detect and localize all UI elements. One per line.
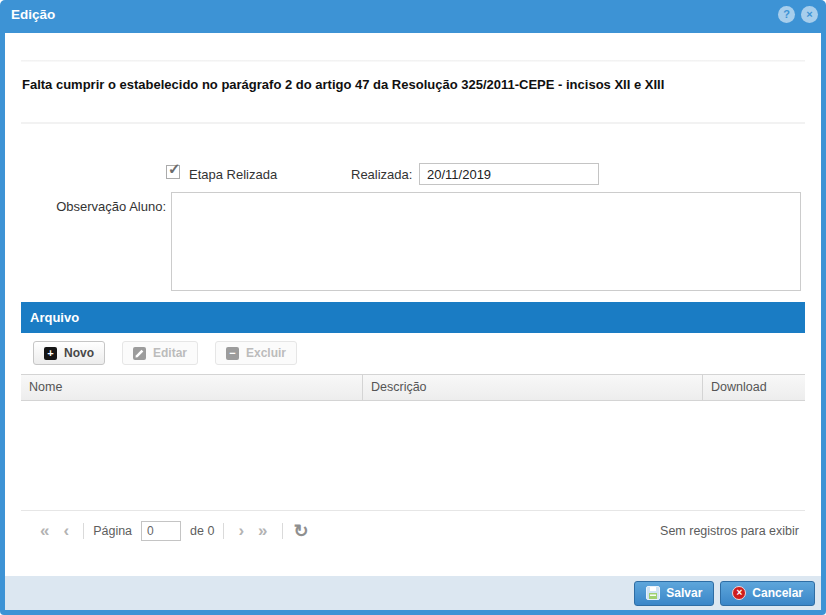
- excluir-button[interactable]: − Excluir: [215, 341, 297, 365]
- first-page-button[interactable]: «: [33, 522, 56, 539]
- toolbar-separator: [223, 523, 224, 539]
- table-header: Nome Descrição Download: [21, 374, 805, 401]
- table-body: [21, 401, 805, 511]
- editar-button[interactable]: Editar: [122, 341, 198, 365]
- page-count-label: de 0: [190, 524, 214, 538]
- titlebar-tools: ? ×: [778, 6, 818, 23]
- salvar-button-label: Salvar: [666, 586, 702, 600]
- last-page-button[interactable]: »: [251, 522, 274, 539]
- pencil-icon: [133, 347, 146, 360]
- novo-button[interactable]: + Novo: [33, 341, 105, 365]
- cancelar-button[interactable]: × Cancelar: [720, 581, 815, 606]
- cancel-icon: ×: [732, 586, 746, 600]
- close-icon[interactable]: ×: [801, 6, 818, 23]
- editar-button-label: Editar: [153, 346, 187, 360]
- column-header-nome[interactable]: Nome: [21, 375, 363, 400]
- page-label: Página: [93, 524, 132, 538]
- refresh-icon[interactable]: ↻: [290, 522, 313, 540]
- toolbar-separator: [282, 523, 283, 539]
- salvar-button[interactable]: Salvar: [634, 581, 714, 606]
- top-divider: [21, 60, 805, 62]
- observacao-aluno-textarea[interactable]: [171, 192, 801, 291]
- page-input[interactable]: [141, 521, 181, 541]
- empty-records-text: Sem registros para exibir: [660, 524, 799, 538]
- realizada-date-input[interactable]: [419, 163, 599, 185]
- arquivo-section-header: Arquivo: [21, 302, 805, 333]
- save-icon: [646, 586, 660, 600]
- column-header-descricao[interactable]: Descrição: [363, 375, 703, 400]
- dialog-body: Falta cumprir o estabelecido no parágraf…: [5, 33, 821, 610]
- cancelar-button-label: Cancelar: [752, 586, 803, 600]
- dialog-title: Edição: [11, 7, 55, 22]
- check-icon: ✓: [168, 160, 181, 178]
- toolbar-separator: [83, 523, 84, 539]
- column-header-download[interactable]: Download: [703, 375, 805, 400]
- etapa-realizada-checkbox[interactable]: ✓: [166, 165, 180, 179]
- next-page-button[interactable]: ›: [231, 522, 251, 539]
- novo-button-label: Novo: [64, 346, 94, 360]
- excluir-button-label: Excluir: [246, 346, 286, 360]
- plus-icon: +: [44, 347, 57, 360]
- minus-icon: −: [226, 347, 239, 360]
- paging-toolbar: « ‹ Página de 0 › » ↻ Sem registros para…: [21, 512, 805, 549]
- dialog-titlebar: Edição ? ×: [0, 0, 826, 33]
- arquivo-section-title: Arquivo: [30, 310, 79, 325]
- pendency-message: Falta cumprir o estabelecido no parágraf…: [22, 77, 804, 92]
- footer-bar: Salvar × Cancelar: [5, 576, 821, 610]
- prev-page-button[interactable]: ‹: [56, 522, 76, 539]
- observacao-aluno-label: Observação Aluno:: [23, 199, 166, 214]
- etapa-realizada-label: Etapa Relizada: [189, 167, 277, 182]
- arquivo-toolbar: + Novo Editar − Excluir: [21, 333, 805, 373]
- realizada-label: Realizada:: [351, 167, 412, 182]
- help-icon[interactable]: ?: [778, 6, 795, 23]
- edicao-dialog: Edição ? × Falta cumprir o estabelecido …: [0, 0, 826, 615]
- section-divider: [21, 122, 805, 124]
